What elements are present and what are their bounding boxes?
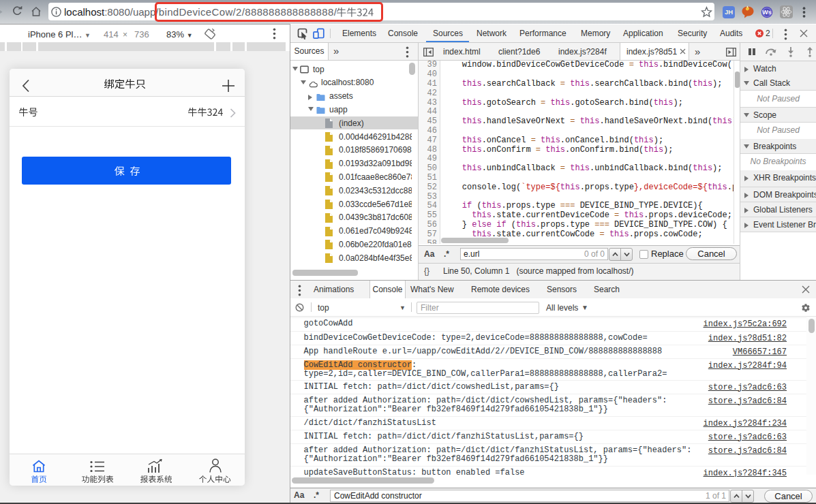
svg-text:Ws: Ws (762, 9, 772, 16)
